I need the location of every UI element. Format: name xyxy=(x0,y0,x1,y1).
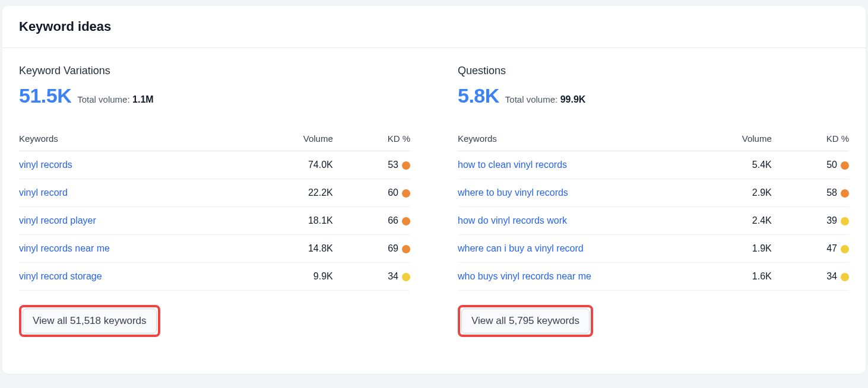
variations-col-keywords: Keywords xyxy=(19,128,246,151)
kd-value: 58 xyxy=(826,187,837,198)
kd-value: 50 xyxy=(826,160,837,170)
card-header: Keyword ideas xyxy=(2,6,866,48)
kd-value: 47 xyxy=(826,243,837,253)
keyword-link[interactable]: vinyl records xyxy=(19,160,72,170)
kd-difficulty-dot-icon xyxy=(402,273,410,281)
questions-col-keywords: Keywords xyxy=(458,128,685,151)
table-row: vinyl record player18.1K66 xyxy=(19,207,410,235)
variations-title: Keyword Variations xyxy=(19,65,410,77)
variations-metric: 51.5K Total volume: 1.1M xyxy=(19,84,410,107)
volume-cell: 1.6K xyxy=(685,263,772,291)
kd-difficulty-dot-icon xyxy=(841,273,849,281)
variations-total-label: Total volume: xyxy=(77,94,129,104)
kd-difficulty-dot-icon xyxy=(402,217,410,225)
questions-tbody: how to clean vinyl records5.4K50where to… xyxy=(458,151,849,291)
kd-cell: 47 xyxy=(772,235,849,263)
questions-total-wrap: Total volume: 99.9K xyxy=(505,94,586,105)
kd-value: 39 xyxy=(826,215,837,225)
table-row: vinyl record22.2K60 xyxy=(19,179,410,207)
keyword-ideas-card: Keyword ideas Keyword Variations 51.5K T… xyxy=(2,6,866,374)
kd-difficulty-dot-icon xyxy=(841,161,849,170)
table-row: who buys vinyl records near me1.6K34 xyxy=(458,263,849,291)
variations-highlight-box: View all 51,518 keywords xyxy=(19,305,160,337)
keyword-link[interactable]: how do vinyl records work xyxy=(458,215,567,225)
questions-col-volume: Volume xyxy=(685,128,772,151)
volume-cell: 5.4K xyxy=(685,151,772,179)
questions-col-kd: KD % xyxy=(772,128,849,151)
kd-difficulty-dot-icon xyxy=(841,245,849,253)
table-row: where can i buy a vinyl record1.9K47 xyxy=(458,235,849,263)
keyword-link[interactable]: how to clean vinyl records xyxy=(458,160,567,170)
kd-value: 53 xyxy=(388,160,398,170)
volume-cell: 14.8K xyxy=(246,235,333,263)
kd-value: 66 xyxy=(388,215,398,225)
kd-cell: 53 xyxy=(333,151,410,179)
keyword-link[interactable]: who buys vinyl records near me xyxy=(458,271,591,281)
kd-cell: 66 xyxy=(333,207,410,235)
keyword-link[interactable]: where can i buy a vinyl record xyxy=(458,243,584,253)
kd-difficulty-dot-icon xyxy=(841,217,849,225)
kd-difficulty-dot-icon xyxy=(402,245,410,253)
keyword-link[interactable]: where to buy vinyl records xyxy=(458,187,568,198)
kd-difficulty-dot-icon xyxy=(402,189,410,198)
questions-count: 5.8K xyxy=(458,84,499,107)
questions-column: Questions 5.8K Total volume: 99.9K Keywo… xyxy=(458,65,849,337)
kd-cell: 34 xyxy=(772,263,849,291)
table-row: how do vinyl records work2.4K39 xyxy=(458,207,849,235)
kd-difficulty-dot-icon xyxy=(402,161,410,170)
questions-table: Keywords Volume KD % how to clean vinyl … xyxy=(458,128,849,291)
volume-cell: 74.0K xyxy=(246,151,333,179)
variations-count: 51.5K xyxy=(19,84,71,107)
questions-highlight-box: View all 5,795 keywords xyxy=(458,305,593,337)
kd-cell: 69 xyxy=(333,235,410,263)
variations-column: Keyword Variations 51.5K Total volume: 1… xyxy=(19,65,410,337)
variations-col-volume: Volume xyxy=(246,128,333,151)
variations-table: Keywords Volume KD % vinyl records74.0K5… xyxy=(19,128,410,291)
volume-cell: 22.2K xyxy=(246,179,333,207)
kd-cell: 60 xyxy=(333,179,410,207)
table-row: vinyl record storage9.9K34 xyxy=(19,263,410,291)
view-all-questions-button[interactable]: View all 5,795 keywords xyxy=(461,309,590,333)
keyword-link[interactable]: vinyl record xyxy=(19,187,68,198)
questions-title: Questions xyxy=(458,65,849,77)
volume-cell: 9.9K xyxy=(246,263,333,291)
kd-cell: 39 xyxy=(772,207,849,235)
variations-total-value: 1.1M xyxy=(132,94,154,104)
questions-total-value: 99.9K xyxy=(560,94,586,104)
kd-value: 69 xyxy=(388,243,398,253)
questions-total-label: Total volume: xyxy=(505,94,557,104)
volume-cell: 1.9K xyxy=(685,235,772,263)
keyword-link[interactable]: vinyl record player xyxy=(19,215,96,225)
questions-metric: 5.8K Total volume: 99.9K xyxy=(458,84,849,107)
table-row: where to buy vinyl records2.9K58 xyxy=(458,179,849,207)
keyword-link[interactable]: vinyl record storage xyxy=(19,271,102,281)
keyword-link[interactable]: vinyl records near me xyxy=(19,243,110,253)
volume-cell: 2.9K xyxy=(685,179,772,207)
table-row: how to clean vinyl records5.4K50 xyxy=(458,151,849,179)
card-title: Keyword ideas xyxy=(19,19,849,34)
kd-cell: 58 xyxy=(772,179,849,207)
columns-wrap: Keyword Variations 51.5K Total volume: 1… xyxy=(2,48,866,354)
kd-cell: 34 xyxy=(333,263,410,291)
volume-cell: 18.1K xyxy=(246,207,333,235)
variations-col-kd: KD % xyxy=(333,128,410,151)
kd-value: 34 xyxy=(826,271,837,281)
view-all-variations-button[interactable]: View all 51,518 keywords xyxy=(23,309,157,333)
variations-total-wrap: Total volume: 1.1M xyxy=(77,94,153,105)
kd-value: 34 xyxy=(388,271,398,281)
variations-tbody: vinyl records74.0K53vinyl record22.2K60v… xyxy=(19,151,410,291)
kd-difficulty-dot-icon xyxy=(841,189,849,198)
kd-cell: 50 xyxy=(772,151,849,179)
kd-value: 60 xyxy=(388,187,398,198)
table-row: vinyl records74.0K53 xyxy=(19,151,410,179)
volume-cell: 2.4K xyxy=(685,207,772,235)
table-row: vinyl records near me14.8K69 xyxy=(19,235,410,263)
